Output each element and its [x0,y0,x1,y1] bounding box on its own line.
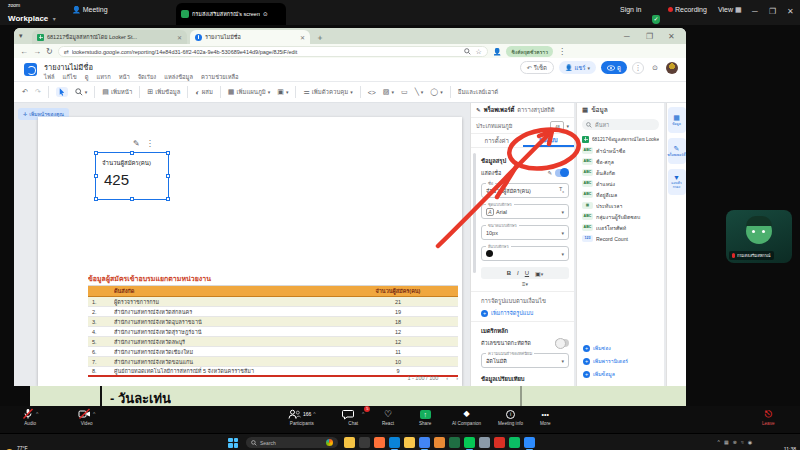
add-data-button[interactable]: ⊞เพิ่มข้อมูล [147,87,180,97]
metric-name-field[interactable]: ชื่อ จำนวนผู้สมัคร(คน) Tx [481,183,569,198]
rail-filter-button[interactable]: ▼แถบตัวกรอง [668,169,686,195]
browser-close-button[interactable]: ✕ [668,32,675,41]
taskbar-app-chrome[interactable] [419,437,430,448]
text-style-icon[interactable]: Tx [559,186,564,194]
taskbar-app-file-explorer[interactable] [344,437,355,448]
add-control-button[interactable]: ⚌เพิ่มตัวควบคุม▾ [303,87,352,97]
field-item[interactable]: ABCตำแหน่ง [582,178,659,189]
browser-tab-looker[interactable]: รายงานไม่มีชื่อ ✕ [190,30,310,44]
select-cursor-icon[interactable] [56,87,68,97]
line-tool-icon[interactable]: ╲▾ [415,88,424,96]
taskbar-search[interactable]: Search [246,437,338,448]
minimize-button[interactable]: ─ [752,7,758,16]
ai-companion-button[interactable]: ◆ AI Companion [452,408,481,426]
zoom-page-icon[interactable] [464,48,471,55]
tray-icon[interactable]: ≈ [741,439,744,445]
font-color-picker[interactable]: สีแบบอักษร ▾ [481,246,569,261]
react-button[interactable]: ♡ React [382,408,394,426]
menu-item[interactable]: แทรก [96,72,110,82]
chart-menu-icon[interactable]: ⋮ [146,139,154,148]
chat-button[interactable]: 5^ Chat [342,408,364,426]
browser-tab-sheets[interactable]: 681217ข้อมูลสหกรณ์โดย Looker St... ✕ [32,30,187,44]
help-icon[interactable]: ⊙ [649,62,661,74]
taskbar-app-edge[interactable] [389,437,400,448]
table-row[interactable]: 2.สำนักงานสหกรณ์จังหวัดสกลนคร19 [88,307,458,317]
menu-item[interactable]: ดู [85,72,89,82]
taskbar-app-green-app[interactable] [449,437,460,448]
report-page[interactable]: ✎ ⋮ จำนวนผู้สมัคร(คน) 425 ข้อมูลผู้สมัคร… [38,117,462,386]
browser-menu-icon[interactable]: ⋮ [558,47,566,56]
field-item[interactable]: ABCกลุ่มงานผู้รับผิดชอบ [582,211,659,222]
maximize-button[interactable]: ❐ [769,7,776,16]
italic-button[interactable]: I [517,270,519,276]
weather-widget[interactable]: 77°FSunny [5,436,29,450]
field-item[interactable]: ABCชื่อ-สกุล [582,156,659,167]
security-shield-icon[interactable]: ✓ [652,7,660,25]
add-chart-button[interactable]: ▦เพิ่มแผนภูมิ▾ [228,87,271,97]
data-table[interactable]: ต้นสังกัด จำนวนผู้สมัคร(คน) 1.ผู้ตรวจราช… [88,285,458,377]
field-item[interactable]: ABCคำนำหน้าชื่อ [582,145,659,156]
table-row[interactable]: 4.สำนักงานสหกรณ์จังหวัดสุราษฎร์ธานี12 [88,327,458,337]
view-button[interactable]: View ▦ [718,6,742,14]
share-button[interactable]: 👤แชร์▾ [559,61,596,74]
taskbar-app-chrome-profile[interactable] [434,437,445,448]
profile-avatar-icon[interactable]: 👤 [493,48,502,56]
close-tab-icon[interactable]: ✕ [300,34,305,41]
reload-icon[interactable]: ↻ [46,47,53,56]
site-info-icon[interactable]: ⇄ [64,48,69,55]
tab-meeting[interactable]: 👤 Meeting [72,6,108,14]
scorecard-chart[interactable]: จำนวนผู้สมัคร(คน) 425 [95,152,169,200]
field-item[interactable]: ABCเบอร์โทรศัพท์ [582,222,659,233]
back-icon[interactable]: ← [20,47,28,56]
browser-maximize-button[interactable]: ❐ [646,32,653,41]
leave-button[interactable]: ⎋ Leave [762,408,775,426]
tray-icon[interactable]: ^ [718,439,720,445]
taskbar-app-line[interactable] [464,437,475,448]
tray-icon[interactable]: ◉ [748,439,752,445]
rail-data-button[interactable]: ▦ข้อมูล [668,107,686,133]
view-report-button[interactable]: ดู [601,61,627,74]
underline-button[interactable]: U [525,270,529,276]
copilot-icon[interactable] [326,439,333,446]
text-box-icon[interactable]: ▭ [401,88,408,96]
font-size-select[interactable]: ขนาดแบบอักษร 10px ▾ [481,225,569,240]
taskbar-app-red-app[interactable] [494,437,505,448]
bold-button[interactable]: B [507,270,511,276]
browser-minimize-button[interactable]: ─ [624,32,630,41]
more-options-icon[interactable]: ⋮ [632,62,644,74]
bookmark-star-icon[interactable]: ☆ [475,48,481,56]
menu-item[interactable]: ไฟล์ [44,72,55,82]
table-row[interactable]: 1.ผู้ตรวจราชการกรม21 [88,297,458,307]
image-icon[interactable]: ▨▾ [383,88,394,96]
field-item[interactable]: 123Record Count [582,233,659,244]
field-item[interactable]: ▦ประทับเวลา [582,200,659,211]
font-family-select[interactable]: ชุดแบบอักษร AArial ▾ [481,204,569,219]
panel-scrollbar[interactable] [473,153,476,273]
close-button[interactable]: ✕ [787,7,794,16]
add-link[interactable]: +เพิ่มข้อมูล [583,370,628,378]
user-avatar[interactable] [666,62,678,74]
blend-data-button[interactable]: ◐ผสม [195,87,212,97]
menu-item[interactable]: จัดเรียง [138,72,156,82]
add-page-button[interactable]: ▤เพิ่มหน้า [102,87,132,97]
menu-item[interactable]: แหล่งข้อมูล [164,72,193,82]
align-button[interactable]: ≡▾ [522,281,528,287]
tray-icon[interactable]: ▦ [724,439,729,445]
shape-tool-icon[interactable]: ◯▾ [430,88,442,96]
add-link[interactable]: +เพิ่มพารามิเตอร์ [583,357,628,365]
share-button[interactable]: ↑ Share [419,408,431,426]
add-conditional-format-link[interactable]: +เพิ่มการจัดรูปแบบ [481,309,569,317]
menu-item[interactable]: ความช่วยเหลือ [201,72,239,82]
start-button[interactable] [228,438,238,448]
table-row[interactable]: 7.สำนักงานสหกรณ์จังหวัดขอนแก่น10 [88,357,458,367]
undo-icon[interactable]: ↶ [22,88,28,96]
forward-icon[interactable]: → [33,47,41,56]
theme-layout-button[interactable]: ธีมและเลย์เอาต์ [458,87,499,97]
pencil-icon[interactable]: ✎ [547,170,552,176]
taskbar-app-zoom[interactable] [524,437,535,448]
tab-setup[interactable]: การตั้งค่า [471,134,523,147]
page-next-icon[interactable]: › [456,375,458,381]
table-pagination[interactable]: 1 - 100 / 100 ‹ › [293,375,458,381]
table-row[interactable]: 3.สำนักงานสหกรณ์จังหวัดอุบลราชธานี18 [88,317,458,327]
taskbar-clock[interactable]: 11:3817/12/2568 [774,436,796,450]
